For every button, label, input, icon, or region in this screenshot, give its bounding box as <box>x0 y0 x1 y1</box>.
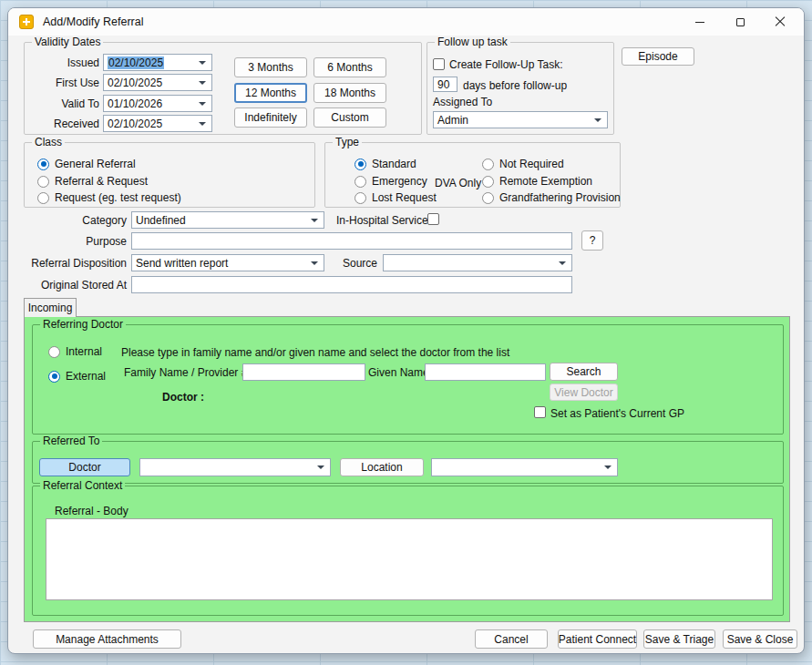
radio-label: Referral & Request <box>55 175 148 188</box>
help-button[interactable]: ? <box>581 230 603 251</box>
original-stored-at-label: Original Stored At <box>25 279 127 292</box>
doctor-search-instruction: Please type in family name and/or given … <box>121 346 509 359</box>
incoming-panel: Referring Doctor Internal External Pleas… <box>24 316 790 622</box>
days-before-input[interactable] <box>433 77 457 92</box>
referred-doctor-combobox[interactable] <box>139 458 331 476</box>
create-followup-label: Create Follow-Up Task: <box>449 58 563 71</box>
radio-remote-exemption[interactable]: Remote Exemption <box>482 175 592 188</box>
issued-label: Issued <box>26 56 99 69</box>
days-before-label: days before follow-up <box>463 79 567 92</box>
class-group: Class General Referral Referral & Reques… <box>24 142 315 208</box>
referral-context-group-label: Referral Context <box>40 479 125 492</box>
chevron-down-icon <box>199 81 206 85</box>
months-18-button[interactable]: 18 Months <box>313 83 386 103</box>
chevron-down-icon <box>559 261 566 265</box>
custom-button[interactable]: Custom <box>313 107 386 128</box>
add-modify-referral-dialog: Add/Modify Referral Validity Dates Issue… <box>7 7 805 654</box>
referral-disposition-combobox[interactable]: Send written report <box>131 254 324 271</box>
family-name-label: Family Name / Provider # <box>124 366 247 379</box>
radio-grandfathering-provision[interactable]: Grandfathering Provision <box>482 191 621 204</box>
radio-icon <box>48 346 60 358</box>
in-hospital-label: In-Hospital Service <box>336 214 428 227</box>
referred-doctor-button[interactable]: Doctor <box>39 458 130 476</box>
months-6-button[interactable]: 6 Months <box>313 57 386 77</box>
referral-body-textarea[interactable] <box>46 518 773 600</box>
radio-lost-request[interactable]: Lost Request <box>355 191 437 204</box>
save-triage-button[interactable]: Save & Triage <box>643 629 715 649</box>
radio-general-referral[interactable]: General Referral <box>37 158 136 170</box>
chevron-down-icon <box>594 118 601 122</box>
received-value: 02/10/2025 <box>108 118 162 130</box>
validity-dates-group: Validity Dates Issued 02/10/2025 First U… <box>24 42 422 135</box>
search-button[interactable]: Search <box>550 363 618 381</box>
minimize-icon <box>695 22 704 23</box>
close-button[interactable] <box>760 8 800 36</box>
received-combobox[interactable]: 02/10/2025 <box>103 115 212 132</box>
chevron-down-icon <box>311 261 318 265</box>
window-controls <box>680 8 800 36</box>
cancel-button[interactable]: Cancel <box>475 629 548 649</box>
radio-internal[interactable]: Internal <box>48 345 102 358</box>
radio-checked-icon <box>37 159 49 170</box>
valid-to-value: 01/10/2026 <box>108 97 162 110</box>
save-close-button[interactable]: Save & Close <box>723 629 797 649</box>
referral-body-label: Referral - Body <box>55 505 128 517</box>
referral-disposition-value: Send written report <box>136 257 228 270</box>
app-plus-icon <box>19 15 34 29</box>
radio-referral-and-request[interactable]: Referral & Request <box>37 175 148 188</box>
given-name-input[interactable] <box>425 363 546 381</box>
episode-button[interactable]: Episode <box>622 47 694 66</box>
set-current-gp-checkbox[interactable] <box>534 406 546 418</box>
radio-label: External <box>66 370 106 383</box>
view-doctor-button[interactable]: View Doctor <box>550 384 618 401</box>
category-combobox[interactable]: Undefined <box>131 211 324 229</box>
assigned-to-label: Assigned To <box>433 96 492 108</box>
radio-checked-icon <box>355 159 366 170</box>
valid-to-combobox[interactable]: 01/10/2026 <box>103 95 212 112</box>
indefinitely-button[interactable]: Indefinitely <box>234 107 307 128</box>
issued-combobox[interactable]: 02/10/2025 <box>103 54 212 71</box>
assigned-to-combobox[interactable]: Admin <box>433 111 608 128</box>
chevron-down-icon <box>199 102 206 106</box>
radio-icon <box>37 192 49 204</box>
radio-emergency[interactable]: Emergency <box>355 175 427 188</box>
minimize-button[interactable] <box>680 8 720 36</box>
radio-icon <box>482 192 494 204</box>
tab-incoming[interactable]: Incoming <box>24 298 77 317</box>
title-bar[interactable]: Add/Modify Referral <box>8 8 804 36</box>
referred-to-group-label: Referred To <box>40 435 102 447</box>
radio-icon <box>37 176 49 188</box>
purpose-input[interactable] <box>131 232 572 250</box>
purpose-label: Purpose <box>25 235 127 248</box>
source-combobox[interactable] <box>383 254 572 271</box>
issued-value: 02/10/2025 <box>108 56 164 69</box>
patient-connect-button[interactable]: Patient Connect <box>558 629 637 649</box>
set-current-gp-label: Set as Patient's Current GP <box>550 407 684 420</box>
months-12-button[interactable]: 12 Months <box>234 83 307 103</box>
first-use-value: 02/10/2025 <box>108 77 162 89</box>
radio-label: Lost Request <box>372 191 437 204</box>
manage-attachments-button[interactable]: Manage Attachments <box>33 629 181 649</box>
original-stored-at-input[interactable] <box>131 276 572 293</box>
type-group: Type Standard Emergency Lost Request Not… <box>324 142 621 208</box>
radio-not-required[interactable]: Not Required <box>482 158 564 170</box>
location-combobox[interactable] <box>431 458 618 476</box>
radio-icon <box>482 159 494 170</box>
radio-label: Not Required <box>499 158 564 170</box>
family-name-input[interactable] <box>242 363 365 381</box>
window-title: Add/Modify Referral <box>43 8 143 36</box>
radio-external[interactable]: External <box>48 370 106 383</box>
first-use-combobox[interactable]: 02/10/2025 <box>103 74 212 91</box>
chevron-down-icon <box>311 219 318 222</box>
months-3-button[interactable]: 3 Months <box>234 57 307 77</box>
radio-standard[interactable]: Standard <box>355 158 416 170</box>
create-followup-checkbox[interactable] <box>433 58 445 70</box>
given-name-label: Given Name <box>368 366 429 379</box>
radio-request-test[interactable]: Request (eg. test request) <box>37 191 181 204</box>
maximize-button[interactable] <box>720 8 760 36</box>
source-label: Source <box>343 257 377 270</box>
received-label: Received <box>26 118 99 130</box>
radio-label: Emergency <box>372 175 427 188</box>
location-button[interactable]: Location <box>340 458 424 476</box>
in-hospital-checkbox[interactable] <box>427 213 439 225</box>
